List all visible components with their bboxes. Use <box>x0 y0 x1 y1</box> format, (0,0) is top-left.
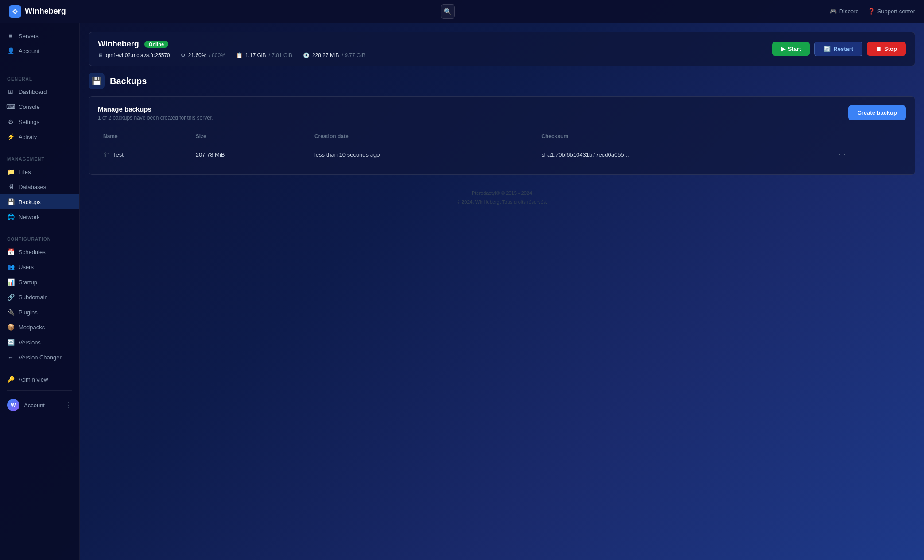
table-header-row: Name Size Creation date Checksum <box>98 130 906 143</box>
databases-icon: 🗄 <box>7 183 14 190</box>
status-badge: Online <box>144 41 168 48</box>
footer-line1: Pterodactyl® © 2015 - 2024 <box>89 189 915 198</box>
sidebar-item-admin-view[interactable]: 🔑 Admin view <box>0 372 79 387</box>
server-address: 🖥 gm1-wh02.mcjava.fr:25570 <box>98 52 170 58</box>
backup-name: Test <box>113 151 124 158</box>
backup-size-cell: 207.78 MiB <box>190 143 309 166</box>
sidebar-item-backups[interactable]: 💾 Backups <box>0 194 79 209</box>
backup-date-cell: less than 10 seconds ago <box>309 143 536 166</box>
sidebar-top-section: 🖥 Servers 👤 Account <box>0 23 79 60</box>
servers-icon: 🖥 <box>7 32 14 39</box>
sidebar-item-schedules[interactable]: 📅 Schedules <box>0 244 79 259</box>
startup-icon: 📊 <box>7 278 14 286</box>
discord-link[interactable]: 🎮 Discord <box>830 8 859 15</box>
page-header: 💾 Backups <box>89 73 915 89</box>
sidebar-item-plugins[interactable]: 🔌 Plugins <box>0 305 79 320</box>
sidebar-general-section: GENERAL ⊞ Dashboard ⌨ Console ⚙ Settings… <box>0 68 79 148</box>
sidebar: 🖥 Servers 👤 Account GENERAL ⊞ Dashboard … <box>0 23 80 560</box>
top-navigation: Winheberg 🔍 🎮 Discord ❓ Support center <box>0 0 924 23</box>
management-label: MANAGEMENT <box>0 151 79 164</box>
sidebar-item-files[interactable]: 📁 Files <box>0 164 79 179</box>
topnav-right: 🎮 Discord ❓ Support center <box>830 8 915 15</box>
server-memory: 📋 1.17 GiB / 7.81 GiB <box>236 52 292 58</box>
table-row: 🗑 Test 207.78 MiB less than 10 seconds a… <box>98 143 906 166</box>
card-header: Manage backups 1 of 2 backups have been … <box>98 105 906 121</box>
sidebar-item-activity[interactable]: ⚡ Activity <box>0 129 79 144</box>
start-icon: ▶ <box>781 46 785 52</box>
sidebar-item-modpacks[interactable]: 📦 Modpacks <box>0 320 79 335</box>
search-button[interactable]: 🔍 <box>441 4 455 19</box>
support-link[interactable]: ❓ Support center <box>868 8 915 15</box>
sidebar-item-version-changer[interactable]: ↔ Version Changer <box>0 350 79 365</box>
backup-row-icon: 🗑 <box>103 151 109 158</box>
sidebar-configuration-section: CONFIGURATION 📅 Schedules 👥 Users 📊 Star… <box>0 228 79 368</box>
server-info: Winheberg Online 🖥 gm1-wh02.mcjava.fr:25… <box>98 39 365 58</box>
configuration-label: CONFIGURATION <box>0 232 79 244</box>
sidebar-account[interactable]: W Account ⋮ <box>0 394 79 416</box>
schedules-icon: 📅 <box>7 248 14 255</box>
sidebar-item-subdomain[interactable]: 🔗 Subdomain <box>0 290 79 305</box>
sidebar-divider-1 <box>7 64 72 64</box>
logo-text: Winheberg <box>25 7 66 16</box>
memory-icon: 📋 <box>236 52 243 58</box>
console-icon: ⌨ <box>7 103 14 110</box>
modpacks-icon: 📦 <box>7 324 14 331</box>
admin-icon: 🔑 <box>7 376 14 383</box>
sidebar-item-versions[interactable]: 🔄 Versions <box>0 335 79 350</box>
table-body: 🗑 Test 207.78 MiB less than 10 seconds a… <box>98 143 906 166</box>
logo[interactable]: Winheberg <box>9 5 66 18</box>
restart-icon: 🔄 <box>823 46 831 52</box>
server-name: Winheberg <box>98 39 139 49</box>
support-icon: ❓ <box>868 8 875 15</box>
col-size: Size <box>190 130 309 143</box>
card-info: Manage backups 1 of 2 backups have been … <box>98 105 213 121</box>
disk-icon: 💿 <box>303 52 310 58</box>
cpu-icon: ⚙ <box>181 52 186 58</box>
network-icon: 🌐 <box>7 213 14 220</box>
backup-actions-cell: ⋯ <box>829 143 906 166</box>
stop-icon: ⏹ <box>876 46 881 52</box>
sidebar-item-network[interactable]: 🌐 Network <box>0 209 79 224</box>
sidebar-item-dashboard[interactable]: ⊞ Dashboard <box>0 84 79 99</box>
sidebar-item-account-top[interactable]: 👤 Account <box>0 43 79 58</box>
page-title: Backups <box>110 76 147 86</box>
stop-button[interactable]: ⏹ Stop <box>867 42 906 56</box>
discord-icon: 🎮 <box>830 8 837 15</box>
table-head: Name Size Creation date Checksum <box>98 130 906 143</box>
account-icon: 👤 <box>7 47 14 54</box>
plugins-icon: 🔌 <box>7 309 14 316</box>
sidebar-item-settings[interactable]: ⚙ Settings <box>0 114 79 129</box>
sidebar-item-startup[interactable]: 📊 Startup <box>0 274 79 290</box>
version-changer-icon: ↔ <box>7 354 14 361</box>
col-checksum: Checksum <box>536 130 829 143</box>
address-icon: 🖥 <box>98 52 103 58</box>
sidebar-item-databases[interactable]: 🗄 Databases <box>0 179 79 194</box>
settings-icon: ⚙ <box>7 118 14 125</box>
general-label: GENERAL <box>0 71 79 84</box>
backup-name-row: 🗑 Test <box>103 151 185 158</box>
card-subtitle: 1 of 2 backups have been created for thi… <box>98 115 213 121</box>
server-disk: 💿 228.27 MiB / 9.77 GiB <box>303 52 365 58</box>
search-icon: 🔍 <box>444 8 451 15</box>
sidebar-item-users[interactable]: 👥 Users <box>0 259 79 274</box>
sidebar-item-servers[interactable]: 🖥 Servers <box>0 28 79 43</box>
backup-more-button[interactable]: ⋯ <box>835 149 850 160</box>
activity-icon: ⚡ <box>7 133 14 140</box>
versions-icon: 🔄 <box>7 339 14 346</box>
backups-card: Manage backups 1 of 2 backups have been … <box>89 96 915 175</box>
layout: 🖥 Servers 👤 Account GENERAL ⊞ Dashboard … <box>0 23 924 560</box>
backup-checksum-cell: sha1:70bf6b10431b77ecd0a055... <box>536 143 829 166</box>
logo-icon <box>9 5 21 18</box>
server-meta: 🖥 gm1-wh02.mcjava.fr:25570 ⚙ 21.60% / 80… <box>98 52 365 58</box>
account-menu-icon[interactable]: ⋮ <box>65 401 72 409</box>
create-backup-button[interactable]: Create backup <box>848 105 906 120</box>
users-icon: 👥 <box>7 263 14 270</box>
sidebar-item-console[interactable]: ⌨ Console <box>0 99 79 114</box>
start-button[interactable]: ▶ Start <box>772 42 810 56</box>
restart-button[interactable]: 🔄 Restart <box>814 42 862 56</box>
col-actions <box>829 130 906 143</box>
footer: Pterodactyl® © 2015 - 2024 © 2024. WinHe… <box>89 189 915 207</box>
backup-name-cell: 🗑 Test <box>98 143 190 166</box>
backups-page-icon: 💾 <box>92 76 101 86</box>
sidebar-divider-2 <box>7 390 72 391</box>
